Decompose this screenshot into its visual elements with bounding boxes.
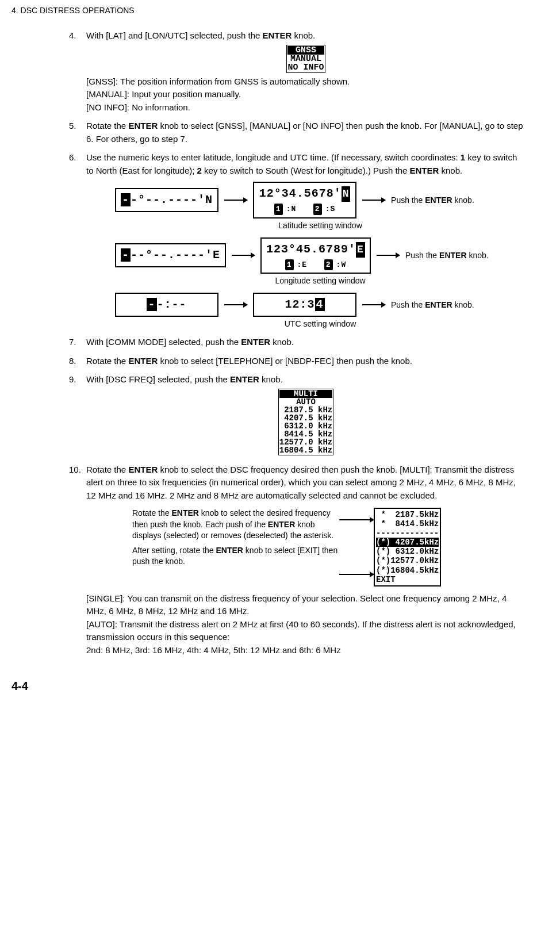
lcd-line: EXIT — [376, 575, 439, 584]
text: [SINGLE]: You can transmit on the distre… — [86, 592, 526, 618]
bold: ENTER — [172, 508, 199, 518]
bold: 1 — [461, 152, 465, 162]
text: --°--.----'E — [131, 248, 220, 262]
lcd-gnss: GNSS MANUAL NO INFO — [286, 45, 325, 73]
lcd-line: ------------- — [376, 528, 439, 538]
step-9: 9. With [DSC FREQ] selected, push the EN… — [69, 373, 526, 458]
key-icon: 1 — [274, 204, 283, 215]
text: After setting, rotate the — [132, 546, 216, 555]
lcd-multi-list: MULTI AUTO 2187.5 kHz 4207.5 kHz 6312.0 … — [278, 389, 333, 455]
text: 12°34.5678' — [259, 187, 342, 200]
lcd-line: 6312.0 kHz — [279, 422, 332, 430]
lcd-line: (*) 6312.0kHz — [376, 547, 439, 556]
arrow-right-icon — [362, 304, 385, 305]
text: [GNSS]: The position information from GN… — [86, 75, 526, 89]
text: [NO INFO]: No information. — [86, 101, 526, 114]
arrow-right-icon — [362, 200, 385, 201]
caption: UTC setting window — [115, 318, 526, 330]
step-number: 5. — [69, 120, 76, 133]
text: -:-- — [157, 298, 187, 311]
step-7: 7. With [COMM MODE] selected, push the E… — [69, 336, 526, 349]
bold: ENTER — [241, 337, 270, 347]
text: knob. — [291, 30, 315, 40]
bold: ENTER — [128, 121, 158, 131]
lcd-line: MANUAL — [287, 55, 324, 63]
page-number: 4-4 — [11, 680, 543, 693]
step-number: 4. — [69, 29, 76, 43]
gnss-desc: [GNSS]: The position information from GN… — [86, 75, 526, 114]
step-4: 4. With [LAT] and [LON/UTC] selected, pu… — [69, 29, 526, 114]
lcd-line: * 2187.5kHz — [376, 510, 439, 519]
text: knob. — [259, 374, 283, 384]
arrow-right-icon — [232, 255, 255, 256]
lon-blank-lcd: ---°--.----'E — [115, 243, 226, 267]
lcd-line: AUTO — [279, 398, 332, 406]
lat-value-lcd: 12°34.5678'N 1:N 2:S — [253, 182, 356, 218]
lat-blank-lcd: --°--.----'N — [115, 188, 218, 212]
text: 12:3 — [285, 298, 314, 311]
text: With [LAT] and [LON/UTC] selected, push … — [86, 30, 263, 40]
bold: 2 — [197, 166, 202, 175]
text: knob. — [467, 251, 489, 260]
arrow-right-icon — [224, 200, 247, 201]
caption: Longitude setting window — [115, 275, 526, 287]
text: knob. — [439, 166, 462, 175]
step-number: 8. — [69, 355, 76, 368]
text: With [COMM MODE] selected, push the — [86, 337, 241, 347]
lon-value-lcd: 123°45.6789'E 1:E 2:W — [260, 237, 371, 274]
side-note: Push the ENTER knob. — [405, 250, 492, 260]
step-number: 10. — [69, 463, 81, 477]
side-note: Push the ENTER knob. — [391, 300, 477, 310]
lcd-line: 4207.5 kHz — [279, 414, 332, 422]
caption: Latitude setting window — [115, 220, 526, 232]
bold: ENTER — [425, 300, 452, 309]
bold: ENTER — [410, 166, 439, 175]
dir-box: N — [342, 186, 351, 202]
text: With [DSC FREQ] selected, push the — [86, 374, 230, 384]
bold: ENTER — [216, 546, 243, 555]
single-auto-desc: [SINGLE]: You can transmit on the distre… — [86, 592, 526, 657]
lcd-line: * 8414.5kHz — [376, 519, 439, 528]
text: Rotate the — [86, 465, 128, 474]
multi-note-2: After setting, rotate the ENTER knob to … — [132, 545, 339, 568]
text: [AUTO]: Transmit the distress alert on 2… — [86, 618, 526, 644]
arrow-right-icon — [339, 519, 374, 520]
step-text: With [LAT] and [LON/UTC] selected, push … — [86, 30, 315, 40]
text: :N — [286, 204, 297, 215]
step-number: 7. — [69, 336, 76, 349]
bold: ENTER — [268, 520, 295, 529]
text: Push the — [391, 300, 425, 309]
text: :E — [297, 259, 308, 271]
key-icon: 1 — [285, 259, 294, 271]
multi-select-figure: Rotate the ENTER knob to select the desi… — [132, 508, 526, 586]
text: knob. — [270, 337, 294, 347]
bold: ENTER — [439, 251, 466, 260]
key-icon: 2 — [313, 204, 322, 215]
lcd-line: 8414.5 kHz — [279, 430, 332, 438]
bold: ENTER — [263, 30, 292, 40]
lcd-line: 2187.5 kHz — [279, 406, 332, 414]
text: knob. — [452, 195, 474, 205]
step-6: 6. Use the numeric keys to enter latitud… — [69, 151, 526, 330]
lcd-line: (*) 4207.5kHz — [376, 538, 439, 547]
text: 2nd: 8 MHz, 3rd: 16 MHz, 4th: 4 MHz, 5th… — [86, 644, 526, 657]
dir-box: E — [356, 242, 365, 258]
bold: ENTER — [425, 195, 452, 205]
lcd-line: (*)16804.5kHz — [376, 566, 439, 575]
lcd-line: NO INFO — [287, 63, 324, 72]
bold: ENTER — [230, 374, 259, 384]
text: 123°45.6789' — [266, 243, 356, 256]
text: Push the — [391, 195, 425, 205]
text: -°--.----'N — [131, 193, 213, 206]
step-8: 8. Rotate the ENTER knob to select [TELE… — [69, 355, 526, 368]
step-5: 5. Rotate the ENTER knob to select [GNSS… — [69, 120, 526, 145]
text: Rotate the — [132, 508, 172, 518]
section-header: 4. DSC DISTRESS OPERATIONS — [11, 6, 543, 15]
bold: ENTER — [128, 356, 158, 366]
text: :S — [325, 204, 336, 215]
bold: ENTER — [128, 465, 158, 474]
lcd-freq-select: * 2187.5kHz * 8414.5kHz-------------(*) … — [374, 508, 441, 586]
lat-lon-utc-diagram: --°--.----'N 12°34.5678'N 1:N 2:S Push t… — [115, 182, 526, 330]
lcd-line: GNSS — [287, 46, 324, 55]
arrow-right-icon — [377, 255, 400, 256]
